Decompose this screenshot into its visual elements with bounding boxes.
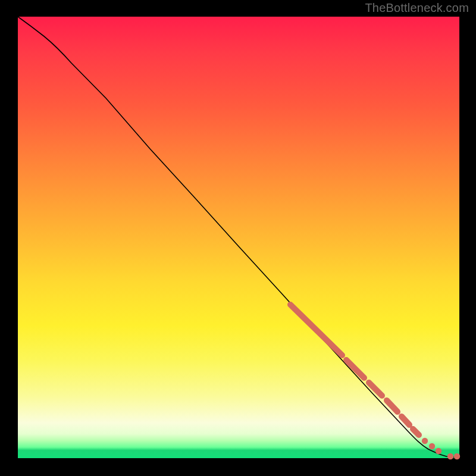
plot-area: [18, 17, 459, 458]
chart-stage: TheBottleneck.com: [0, 0, 476, 476]
marker-group: [290, 305, 460, 459]
svg-line-0: [290, 305, 342, 355]
svg-point-10: [454, 453, 460, 459]
svg-point-9: [447, 453, 453, 459]
attribution-label: TheBottleneck.com: [365, 1, 469, 15]
chart-svg: [18, 17, 459, 458]
svg-point-8: [436, 448, 441, 454]
svg-point-6: [422, 438, 428, 444]
svg-point-7: [429, 443, 435, 449]
bottleneck-curve: [18, 17, 459, 458]
svg-line-4: [402, 416, 409, 425]
svg-line-2: [369, 383, 382, 396]
svg-line-5: [413, 429, 419, 435]
